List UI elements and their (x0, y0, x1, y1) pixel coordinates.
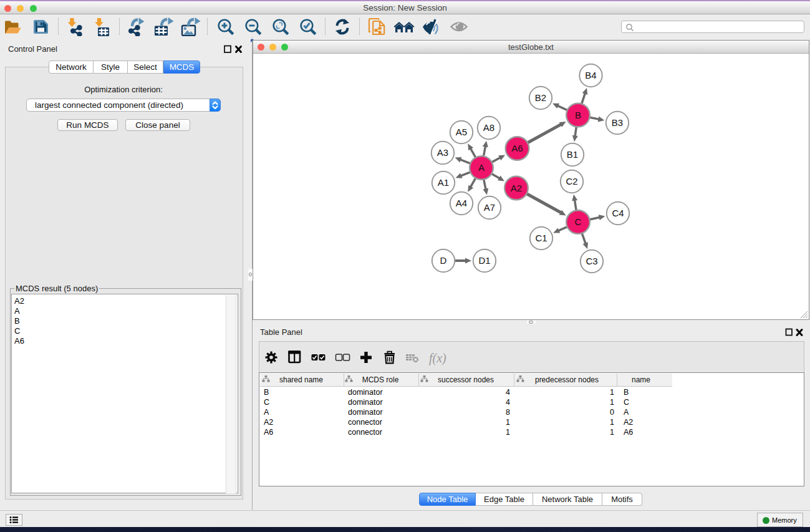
svg-text:B: B (575, 110, 581, 120)
svg-text:B3: B3 (612, 117, 623, 128)
svg-text:A6: A6 (511, 143, 523, 153)
svg-text:B2: B2 (535, 92, 546, 103)
svg-text:C: C (575, 216, 582, 227)
svg-text:C1: C1 (535, 233, 547, 243)
svg-text:A: A (478, 162, 485, 173)
svg-text:A3: A3 (437, 147, 448, 158)
svg-text:C3: C3 (586, 256, 597, 266)
svg-text:f(x): f(x) (429, 351, 446, 365)
svg-text:B1: B1 (567, 149, 578, 160)
svg-text:A1: A1 (438, 177, 449, 188)
svg-text:C4: C4 (612, 208, 624, 218)
svg-text:A8: A8 (483, 122, 494, 133)
svg-text:C2: C2 (566, 176, 577, 186)
svg-text:D1: D1 (478, 255, 490, 266)
svg-text:A7: A7 (484, 202, 495, 213)
svg-text:A2: A2 (511, 183, 522, 193)
svg-text:D: D (440, 255, 447, 266)
svg-text:A4: A4 (456, 198, 467, 208)
svg-text:A5: A5 (456, 127, 467, 137)
svg-text:B4: B4 (585, 70, 596, 80)
